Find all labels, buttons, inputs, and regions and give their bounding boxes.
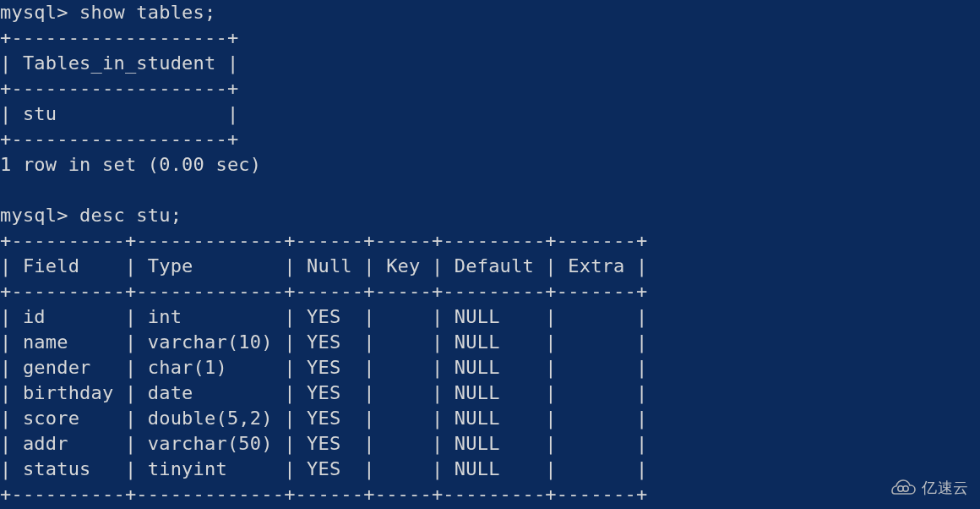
watermark-text: 亿速云 (922, 475, 968, 501)
cloud-icon (888, 479, 917, 497)
mysql-terminal-output: mysql> show tables; +-------------------… (0, 0, 980, 507)
watermark: 亿速云 (885, 473, 972, 502)
